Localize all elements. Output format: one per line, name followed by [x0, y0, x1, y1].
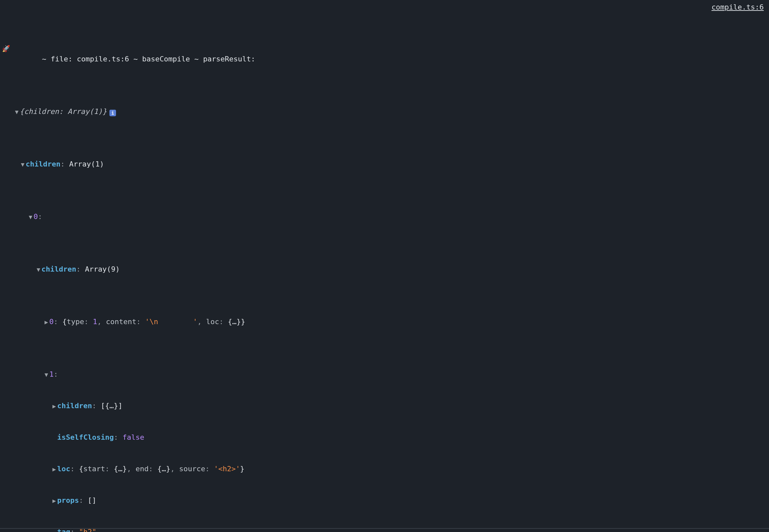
source-file-link[interactable]: compile.ts:6 — [712, 2, 764, 12]
root-summary: {children: Array(1)} — [20, 106, 107, 117]
console-panel: 🚀 ~ file: compile.ts:6 ~ baseCompile ~ p… — [0, 0, 769, 532]
tree-row[interactable]: ▶loc: {start: {…}, end: {…}, source: '<h… — [2, 464, 767, 474]
chevron-right-icon[interactable]: ▶ — [43, 317, 49, 327]
tree-row[interactable]: ▶0: {type: 1, content: '\n ', loc: {…}} — [2, 317, 767, 327]
tree-row[interactable]: ▼children: Array(1) — [2, 159, 767, 169]
tree-row[interactable]: ▶tag: "h2" — [2, 527, 767, 532]
info-badge-icon[interactable]: i — [109, 110, 116, 116]
chevron-right-icon[interactable]: ▶ — [51, 401, 57, 411]
chevron-down-icon[interactable]: ▼ — [35, 264, 41, 275]
log-header-text: ~ file: compile.ts:6 ~ baseCompile ~ par… — [11, 43, 255, 75]
tree-row-root[interactable]: ▼{children: Array(1)}i — [2, 106, 767, 117]
log-header-row[interactable]: 🚀 ~ file: compile.ts:6 ~ baseCompile ~ p… — [2, 43, 767, 54]
chevron-right-icon[interactable]: ▶ — [51, 464, 57, 475]
tree-row[interactable]: ▼0: — [2, 211, 767, 222]
chevron-down-icon[interactable]: ▼ — [20, 159, 26, 170]
tree-row[interactable]: ▼1: — [2, 369, 767, 380]
rocket-icon: 🚀 — [2, 43, 10, 54]
tree-row[interactable]: ▶isSelfClosing: false — [2, 432, 767, 443]
tree-row[interactable]: ▼children: Array(9) — [2, 264, 767, 275]
chevron-down-icon[interactable]: ▼ — [43, 369, 49, 380]
chevron-down-icon[interactable]: ▼ — [28, 212, 34, 222]
panel-divider — [0, 528, 769, 529]
chevron-down-icon[interactable]: ▼ — [14, 107, 20, 117]
tree-row[interactable]: ▶props: [] — [2, 495, 767, 506]
chevron-right-icon[interactable]: ▶ — [51, 496, 57, 506]
tree-row[interactable]: ▶children: [{…}] — [2, 401, 767, 411]
